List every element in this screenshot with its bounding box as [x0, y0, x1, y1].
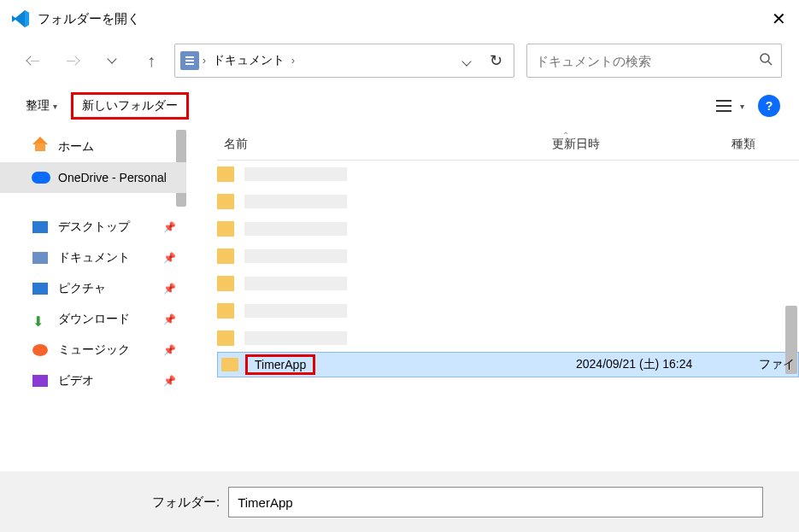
file-list: ⌃ 名前 更新日時 種類 TimerApp 2024/09/21 (土) 16:… — [186, 128, 799, 471]
folder-name-input[interactable] — [228, 487, 763, 517]
search-box[interactable] — [526, 44, 782, 78]
pictures-icon — [32, 283, 48, 295]
help-button[interactable]: ? — [758, 95, 780, 117]
titlebar: フォルダーを開く ✕ — [0, 0, 799, 38]
path-segment[interactable]: ドキュメント — [209, 51, 288, 70]
folder-icon — [217, 276, 234, 291]
downloads-icon: ⬇ — [32, 313, 48, 325]
pin-icon: 📌 — [163, 313, 176, 325]
sidebar-label: ダウンロード — [58, 312, 130, 327]
file-row[interactable] — [217, 188, 799, 215]
document-icon — [180, 51, 199, 70]
refresh-button[interactable]: ↻ — [483, 51, 508, 70]
view-options-button[interactable]: ▾ — [708, 93, 751, 119]
folder-input-row: フォルダー: — [21, 487, 778, 517]
folder-icon — [217, 303, 234, 319]
pin-icon: 📌 — [163, 375, 176, 387]
folder-icon — [217, 248, 234, 264]
file-row[interactable] — [217, 297, 799, 324]
videos-icon — [32, 375, 48, 387]
column-type[interactable]: 種類 — [731, 137, 799, 152]
folder-label: フォルダー: — [152, 494, 220, 511]
sidebar-label: ミュージック — [58, 342, 130, 358]
document-icon — [32, 252, 48, 264]
column-name[interactable]: 名前 — [217, 137, 552, 152]
folder-icon — [221, 358, 238, 371]
up-button[interactable]: ↑ — [135, 44, 167, 77]
sidebar: ホーム OneDrive - Personal デスクトップ 📌 ドキュメント … — [0, 128, 186, 471]
path-bar[interactable]: › ドキュメント › ↻ — [174, 44, 514, 78]
music-icon — [32, 344, 48, 356]
file-row-selected[interactable]: TimerApp 2024/09/21 (土) 16:24 ファイ — [217, 352, 799, 377]
file-name: TimerApp — [255, 358, 306, 371]
pin-icon: 📌 — [163, 283, 176, 295]
sort-indicator-icon[interactable]: ⌃ — [562, 131, 569, 140]
new-folder-button[interactable]: 新しいフォルダー — [71, 92, 189, 120]
file-row[interactable] — [217, 324, 799, 352]
sidebar-item-desktop[interactable]: デスクトップ 📌 — [0, 212, 186, 243]
pin-icon: 📌 — [163, 252, 176, 264]
forward-button[interactable]: ─ — [56, 44, 89, 77]
sidebar-item-videos[interactable]: ビデオ 📌 — [0, 365, 186, 396]
vscode-icon — [10, 9, 31, 29]
organize-button[interactable]: 整理 ▾ — [19, 93, 64, 119]
folder-icon — [217, 194, 234, 209]
file-date: 2024/09/21 (土) 16:24 — [576, 357, 692, 372]
sidebar-item-home[interactable]: ホーム — [0, 132, 186, 162]
home-icon — [32, 137, 48, 144]
new-folder-label: 新しいフォルダー — [82, 98, 178, 114]
onedrive-icon — [32, 172, 50, 184]
sidebar-item-pictures[interactable]: ピクチャ 📌 — [0, 273, 186, 304]
search-icon — [759, 52, 773, 69]
pin-icon: 📌 — [163, 344, 176, 356]
sidebar-item-onedrive[interactable]: OneDrive - Personal — [0, 162, 186, 193]
close-button[interactable]: ✕ — [768, 9, 789, 29]
navbar: ─ ─ ↑ › ドキュメント › ↻ — [0, 38, 799, 84]
sidebar-label: OneDrive - Personal — [58, 171, 167, 184]
desktop-icon — [32, 221, 48, 233]
folder-icon — [217, 167, 234, 182]
sidebar-item-music[interactable]: ミュージック 📌 — [0, 335, 186, 365]
sidebar-label: ビデオ — [58, 373, 94, 389]
file-type: ファイ — [759, 357, 795, 372]
sidebar-label: ピクチャ — [58, 281, 106, 296]
footer: フォルダー: フォルダーの選択 キャンセル — [0, 471, 799, 532]
file-list-header: 名前 更新日時 種類 — [217, 128, 799, 161]
file-row[interactable] — [217, 270, 799, 297]
organize-label: 整理 — [26, 98, 50, 114]
file-row[interactable] — [217, 215, 799, 243]
window-title: フォルダーを開く — [38, 11, 140, 27]
back-button[interactable]: ─ — [17, 44, 50, 77]
toolbar: 整理 ▾ 新しいフォルダー ▾ ? — [0, 84, 799, 128]
main-area: ホーム OneDrive - Personal デスクトップ 📌 ドキュメント … — [0, 128, 799, 471]
column-date[interactable]: 更新日時 — [552, 137, 731, 152]
sidebar-label: ドキュメント — [58, 250, 130, 266]
sidebar-label: デスクトップ — [58, 219, 130, 235]
file-list-body: TimerApp 2024/09/21 (土) 16:24 ファイ — [217, 161, 799, 434]
svg-line-1 — [768, 61, 772, 65]
sidebar-item-downloads[interactable]: ⬇ ダウンロード 📌 — [0, 304, 186, 335]
search-input[interactable] — [536, 54, 759, 68]
path-dropdown[interactable] — [454, 54, 479, 67]
sidebar-item-documents[interactable]: ドキュメント 📌 — [0, 243, 186, 273]
file-row[interactable] — [217, 161, 799, 188]
sidebar-label: ホーム — [58, 139, 94, 155]
chevron-right-icon: › — [203, 55, 206, 67]
svg-point-0 — [761, 54, 769, 62]
folder-icon — [217, 330, 234, 346]
file-row[interactable] — [217, 243, 799, 270]
chevron-right-icon: › — [291, 55, 295, 67]
folder-icon — [217, 221, 234, 237]
pin-icon: 📌 — [163, 221, 176, 233]
recent-dropdown[interactable] — [96, 44, 128, 77]
